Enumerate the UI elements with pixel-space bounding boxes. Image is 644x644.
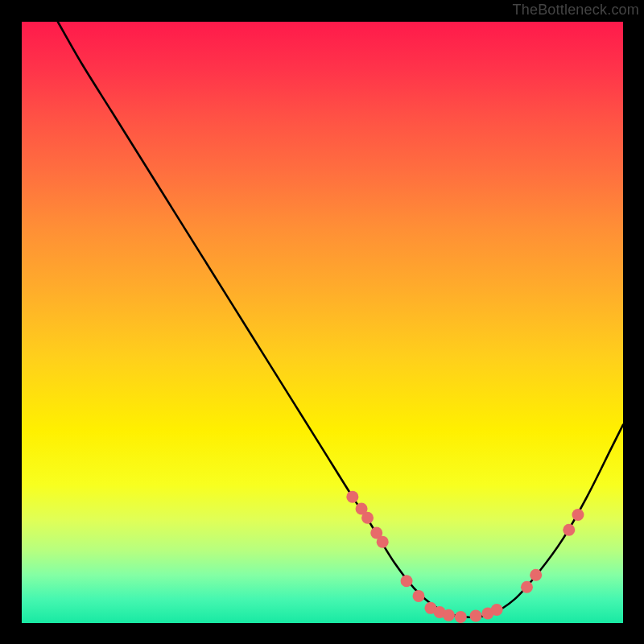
data-marker [491,604,503,616]
data-marker [530,569,542,581]
data-marker [346,491,358,503]
data-marker [401,575,413,587]
watermark-label: TheBottleneck.com [513,2,639,19]
data-markers [346,491,584,623]
data-marker [377,536,389,548]
data-marker [521,581,533,593]
chart-svg [22,22,623,623]
data-marker [563,524,575,536]
chart-stage: TheBottleneck.com [0,0,644,644]
data-marker [469,610,481,622]
data-marker [572,509,584,521]
data-marker [361,512,374,524]
plot-area [22,22,623,623]
data-marker [455,611,467,623]
data-marker [413,590,425,602]
data-marker [443,609,455,621]
bottleneck-curve [58,22,623,617]
